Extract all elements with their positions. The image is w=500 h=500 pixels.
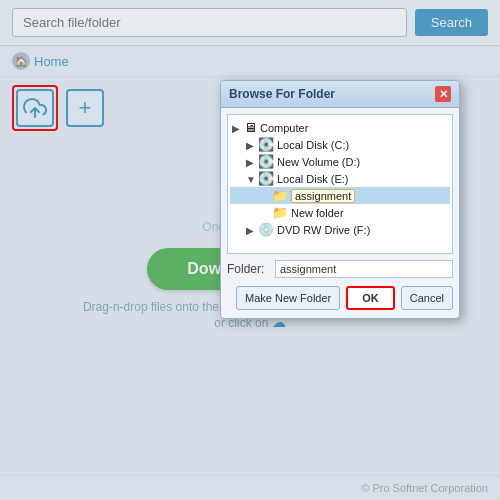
dialog-overlay: Browse For Folder ✕ ▶🖥Computer▶💽Local Di… bbox=[0, 0, 500, 500]
tree-arrow-icon: ▶ bbox=[232, 123, 242, 133]
dialog-close-button[interactable]: ✕ bbox=[435, 86, 451, 102]
tree-item[interactable]: 📁New folder bbox=[230, 204, 450, 221]
tree-folder-icon: 📁 bbox=[272, 188, 288, 203]
tree-folder-icon: 💽 bbox=[258, 171, 274, 186]
tree-item[interactable]: ▶💽Local Disk (C:) bbox=[230, 136, 450, 153]
tree-item-label: assignment bbox=[291, 189, 355, 203]
dialog-title-bar: Browse For Folder ✕ bbox=[221, 81, 459, 108]
tree-item-label: DVD RW Drive (F:) bbox=[277, 224, 370, 236]
tree-item[interactable]: ▶💿DVD RW Drive (F:) bbox=[230, 221, 450, 238]
tree-item[interactable]: 📁assignment bbox=[230, 187, 450, 204]
tree-item-label: New folder bbox=[291, 207, 344, 219]
folder-row: Folder: bbox=[227, 260, 453, 278]
cancel-button[interactable]: Cancel bbox=[401, 286, 453, 310]
dialog-buttons: Make New Folder OK Cancel bbox=[227, 282, 453, 312]
browse-folder-dialog: Browse For Folder ✕ ▶🖥Computer▶💽Local Di… bbox=[220, 80, 460, 319]
folder-input[interactable] bbox=[275, 260, 453, 278]
tree-item-label: Local Disk (E:) bbox=[277, 173, 349, 185]
tree-arrow-icon: ▶ bbox=[246, 157, 256, 167]
ok-button[interactable]: OK bbox=[346, 286, 395, 310]
tree-arrow-icon: ▶ bbox=[246, 140, 256, 150]
tree-item-label: Computer bbox=[260, 122, 308, 134]
tree-item[interactable]: ▶🖥Computer bbox=[230, 119, 450, 136]
tree-item[interactable]: ▼💽Local Disk (E:) bbox=[230, 170, 450, 187]
tree-item-label: Local Disk (C:) bbox=[277, 139, 349, 151]
dialog-title: Browse For Folder bbox=[229, 87, 335, 101]
tree-folder-icon: 🖥 bbox=[244, 120, 257, 135]
tree-folder-icon: 📁 bbox=[272, 205, 288, 220]
folder-label: Folder: bbox=[227, 262, 269, 276]
tree-arrow-icon: ▶ bbox=[246, 225, 256, 235]
tree-arrow-icon: ▼ bbox=[246, 174, 256, 184]
tree-arrow-icon bbox=[260, 191, 270, 201]
tree-item[interactable]: ▶💽New Volume (D:) bbox=[230, 153, 450, 170]
tree-arrow-icon bbox=[260, 208, 270, 218]
tree-folder-icon: 💽 bbox=[258, 154, 274, 169]
folder-tree[interactable]: ▶🖥Computer▶💽Local Disk (C:)▶💽New Volume … bbox=[227, 114, 453, 254]
tree-item-label: New Volume (D:) bbox=[277, 156, 360, 168]
dialog-body: ▶🖥Computer▶💽Local Disk (C:)▶💽New Volume … bbox=[221, 108, 459, 318]
tree-folder-icon: 💿 bbox=[258, 222, 274, 237]
tree-folder-icon: 💽 bbox=[258, 137, 274, 152]
make-new-folder-button[interactable]: Make New Folder bbox=[236, 286, 340, 310]
